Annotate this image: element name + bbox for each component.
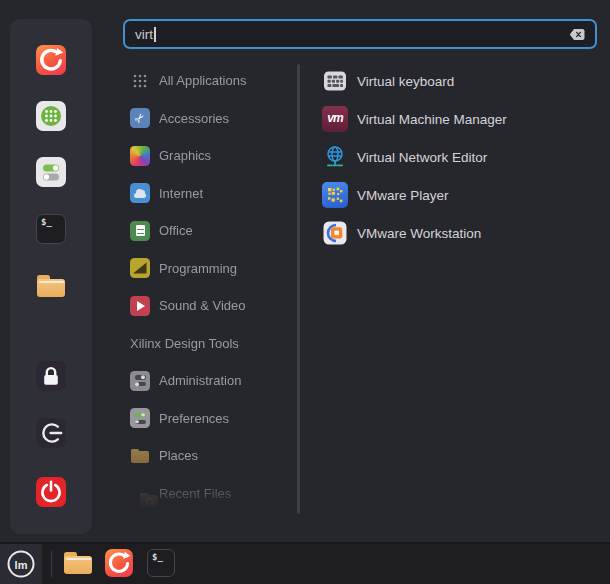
files-icon[interactable] xyxy=(36,271,66,301)
category-list: All Applications ✂ Accessories Graphics … xyxy=(130,62,294,512)
terminal-prompt: $_ xyxy=(152,552,163,562)
firefox-swirl xyxy=(36,45,66,75)
panel-separator xyxy=(51,551,52,577)
category-label: Sound & Video xyxy=(159,298,246,313)
folder-art xyxy=(131,449,149,463)
terminal-icon[interactable]: $_ xyxy=(36,214,66,244)
document-art xyxy=(136,225,145,236)
grid-dots-art xyxy=(132,73,148,89)
logout-art xyxy=(36,418,66,448)
category-item-xilinx[interactable]: Xilinx Design Tools xyxy=(130,325,294,363)
favorites-sidebar: $_ xyxy=(10,19,92,534)
virtual-machine-manager-icon: vm xyxy=(322,106,348,132)
category-item-all-applications[interactable]: All Applications xyxy=(130,62,294,100)
result-item-vmware-workstation[interactable]: VMware Workstation xyxy=(322,214,602,252)
virtual-keyboard-icon xyxy=(322,68,348,94)
backspace-art xyxy=(569,28,585,41)
power-art xyxy=(36,477,66,507)
triangle-art xyxy=(130,258,150,278)
toggles-art xyxy=(135,413,146,424)
result-item-virtual-keyboard[interactable]: Virtual keyboard xyxy=(322,62,602,100)
category-label: Accessories xyxy=(159,111,229,126)
toggles-art xyxy=(36,157,66,187)
office-icon xyxy=(130,221,150,241)
category-scrollbar[interactable] xyxy=(297,64,300,514)
search-input[interactable]: virt xyxy=(123,19,597,49)
terminal-launcher-icon[interactable]: $_ xyxy=(147,549,175,577)
category-label: Programming xyxy=(159,261,237,276)
programming-icon xyxy=(130,258,150,278)
category-label: Preferences xyxy=(159,411,229,426)
firefox-launcher-icon[interactable] xyxy=(105,549,133,577)
result-label: Virtual Machine Manager xyxy=(357,112,507,127)
folder-art xyxy=(37,275,65,297)
terminal-prompt: $_ xyxy=(41,217,52,227)
scissors-glyph: ✂ xyxy=(132,111,148,126)
places-icon xyxy=(130,446,150,466)
administration-icon xyxy=(130,371,150,391)
padlock-art xyxy=(36,361,66,391)
software-manager-icon[interactable] xyxy=(36,101,66,131)
internet-icon xyxy=(130,183,150,203)
category-item-accessories[interactable]: ✂ Accessories xyxy=(130,100,294,138)
category-item-recent-files[interactable]: Recent Files xyxy=(130,475,294,513)
result-label: VMware Player xyxy=(357,188,449,203)
shutdown-icon[interactable] xyxy=(36,477,66,507)
category-label: Xilinx Design Tools xyxy=(130,336,239,351)
result-item-virtual-network-editor[interactable]: Virtual Network Editor xyxy=(322,138,602,176)
category-label: Graphics xyxy=(159,148,211,163)
result-item-virtual-machine-manager[interactable]: vm Virtual Machine Manager xyxy=(322,100,602,138)
logout-icon[interactable] xyxy=(36,418,66,448)
toggles-art xyxy=(135,375,146,386)
vm-monogram: vm xyxy=(327,111,342,125)
preferences-icon xyxy=(130,408,150,428)
system-settings-icon[interactable] xyxy=(36,157,66,187)
all-applications-icon xyxy=(130,71,150,91)
software-manager-art xyxy=(36,101,66,131)
vmware-player-icon xyxy=(322,182,348,208)
search-results-list: Virtual keyboard vm Virtual Machine Mana… xyxy=(322,62,602,252)
taskbar-panel: lm $_ xyxy=(0,544,610,584)
firefox-swirl xyxy=(105,549,133,577)
pixel-art xyxy=(322,182,348,208)
recent-files-icon xyxy=(130,483,150,503)
cloud-art xyxy=(134,193,146,199)
search-text: virt xyxy=(135,27,153,42)
category-label: Administration xyxy=(159,373,241,388)
folder-art xyxy=(64,552,92,574)
category-label: Office xyxy=(159,223,193,238)
virtual-network-editor-icon xyxy=(322,144,348,170)
play-art xyxy=(137,301,145,311)
category-label: Places xyxy=(159,448,198,463)
sound-video-icon xyxy=(130,296,150,316)
result-label: Virtual Network Editor xyxy=(357,150,487,165)
workstation-art xyxy=(322,220,348,246)
category-item-sound-video[interactable]: Sound & Video xyxy=(130,287,294,325)
result-label: VMware Workstation xyxy=(357,226,481,241)
result-label: Virtual keyboard xyxy=(357,74,454,89)
vmware-workstation-icon xyxy=(322,220,348,246)
category-item-preferences[interactable]: Preferences xyxy=(130,400,294,438)
graphics-icon xyxy=(130,146,150,166)
keyboard-art xyxy=(322,68,348,94)
category-item-internet[interactable]: Internet xyxy=(130,175,294,213)
accessories-icon: ✂ xyxy=(130,108,150,128)
clear-search-icon[interactable] xyxy=(569,28,585,41)
result-item-vmware-player[interactable]: VMware Player xyxy=(322,176,602,214)
category-item-graphics[interactable]: Graphics xyxy=(130,137,294,175)
firefox-icon[interactable] xyxy=(36,45,66,75)
svg-text:lm: lm xyxy=(15,559,28,571)
menu-button[interactable]: lm xyxy=(0,544,42,584)
files-launcher-icon[interactable] xyxy=(64,552,92,574)
category-item-administration[interactable]: Administration xyxy=(130,362,294,400)
category-item-office[interactable]: Office xyxy=(130,212,294,250)
text-caret xyxy=(154,27,156,42)
mint-logo-icon: lm xyxy=(5,548,37,580)
main-menu-popup: $_ virt xyxy=(0,0,610,542)
globe-art xyxy=(322,144,348,170)
category-label: All Applications xyxy=(159,73,246,88)
category-label: Internet xyxy=(159,186,203,201)
lock-screen-icon[interactable] xyxy=(36,361,66,391)
category-item-programming[interactable]: Programming xyxy=(130,250,294,288)
category-item-places[interactable]: Places xyxy=(130,437,294,475)
